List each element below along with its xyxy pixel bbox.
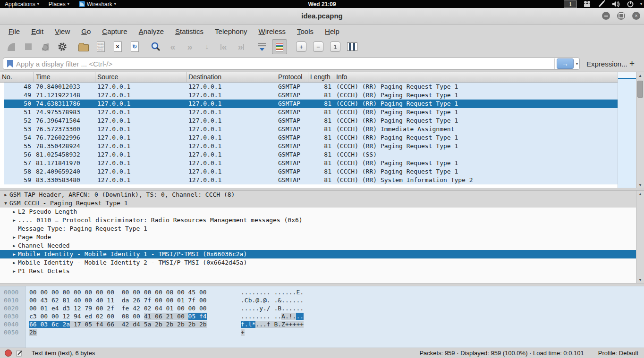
add-filter-button[interactable]: + bbox=[629, 58, 635, 69]
detail-row[interactable]: ▶Mobile Identity - Mobile Identity 2 - T… bbox=[0, 258, 636, 267]
packet-row-48[interactable]: 4870.840012033127.0.0.1127.0.0.1GSMTAP81… bbox=[0, 83, 618, 91]
chevron-down-icon[interactable]: ▾ bbox=[640, 2, 642, 6]
places-menu[interactable]: Places ▾ bbox=[44, 0, 74, 8]
expander-icon[interactable]: ▶ bbox=[10, 208, 18, 216]
detail-row[interactable]: Message Type: Paging Request Type 1 bbox=[0, 225, 636, 233]
expander-icon[interactable]: ▼ bbox=[2, 199, 9, 208]
capture-stop-icon[interactable] bbox=[21, 40, 35, 54]
last-packet-icon[interactable]: » bbox=[234, 40, 248, 54]
packet-row-59[interactable]: 5983.330583480127.0.0.1127.0.0.1GSMTAP81… bbox=[0, 176, 618, 184]
expander-icon[interactable]: ▶ bbox=[10, 216, 18, 225]
zoom-out-icon[interactable]: − bbox=[311, 40, 325, 54]
scroll-down-icon[interactable]: ▼ bbox=[636, 182, 644, 188]
packet-row-52[interactable]: 5276.396471504127.0.0.1127.0.0.1GSMTAP81… bbox=[0, 117, 618, 125]
hex-row-0000[interactable]: 000000 00 00 00 00 00 00 00 00 00 00 00 … bbox=[0, 288, 644, 296]
menu-telephony[interactable]: Telephony bbox=[209, 26, 253, 37]
go-forward-icon[interactable]: » bbox=[183, 40, 197, 54]
packet-row-53[interactable]: 5376.572373300127.0.0.1127.0.0.1GSMTAP81… bbox=[0, 125, 618, 133]
packet-list-scrollbar[interactable]: ▲ ▼ bbox=[636, 72, 644, 188]
detail-row[interactable]: ▼GSM CCCH - Paging Request Type 1 bbox=[0, 199, 636, 208]
details-scrollbar[interactable]: ▲ ▼ bbox=[636, 191, 644, 283]
close-button[interactable]: × bbox=[632, 12, 640, 20]
volume-icon[interactable] bbox=[611, 0, 620, 8]
expander-icon[interactable]: ▶ bbox=[10, 233, 18, 241]
capture-comment-icon[interactable] bbox=[16, 350, 23, 357]
menu-help[interactable]: Help bbox=[319, 26, 345, 37]
menu-edit[interactable]: Edit bbox=[25, 26, 49, 37]
packet-list-header[interactable]: No.TimeSourceDestinationProtocolLengthIn… bbox=[0, 72, 618, 83]
packet-row-58[interactable]: 5882.409659240127.0.0.1127.0.0.1GSMTAP81… bbox=[0, 167, 618, 176]
packet-row-57[interactable]: 5781.171841970127.0.0.1127.0.0.1GSMTAP81… bbox=[0, 159, 618, 167]
detail-row[interactable]: ▶Page Mode bbox=[0, 233, 636, 241]
expander-icon[interactable]: ▶ bbox=[10, 258, 18, 267]
detail-row[interactable]: ▶L2 Pseudo Length bbox=[0, 208, 636, 216]
expression-button[interactable]: Expression... bbox=[586, 60, 627, 68]
open-file-icon[interactable] bbox=[76, 40, 91, 54]
detail-row[interactable]: ▶Mobile Identity - Mobile Identity 1 - T… bbox=[0, 250, 636, 258]
hex-row-0040[interactable]: 004066 03 6c 2a 17 05 f4 66 42 d4 5a 2b … bbox=[0, 320, 644, 328]
expander-icon[interactable]: ▶ bbox=[2, 191, 9, 199]
splitter-bottom[interactable] bbox=[0, 283, 644, 286]
first-packet-icon[interactable]: « bbox=[217, 40, 231, 54]
scroll-up-icon[interactable]: ▲ bbox=[636, 72, 644, 79]
close-file-icon[interactable]: × bbox=[110, 40, 125, 54]
filter-dropdown-icon[interactable]: ▾ bbox=[576, 62, 578, 66]
hex-row-0010[interactable]: 001000 43 62 81 40 00 40 11 da 26 7f 00 … bbox=[0, 296, 644, 304]
column-header-destination[interactable]: Destination bbox=[186, 72, 276, 82]
menu-statistics[interactable]: Statistics bbox=[169, 26, 209, 37]
expander-icon[interactable]: ▶ bbox=[10, 241, 18, 250]
packet-row-49[interactable]: 4971.121922148127.0.0.1127.0.0.1GSMTAP81… bbox=[0, 91, 618, 100]
power-icon[interactable] bbox=[626, 0, 635, 8]
display-filter-input[interactable] bbox=[15, 59, 554, 68]
hex-row-0050[interactable]: 00502b+ bbox=[0, 328, 644, 336]
hex-row-0030[interactable]: 0030c3 00 00 12 94 ed 02 00 08 00 41 06 … bbox=[0, 312, 644, 320]
menu-go[interactable]: Go bbox=[76, 26, 96, 37]
menu-wireless[interactable]: Wireless bbox=[253, 26, 292, 37]
reload-file-icon[interactable]: ↻ bbox=[127, 40, 142, 54]
resize-columns-icon[interactable] bbox=[345, 40, 359, 54]
packet-row-54[interactable]: 5476.726022996127.0.0.1127.0.0.1GSMTAP81… bbox=[0, 133, 618, 142]
expander-icon[interactable]: ▶ bbox=[10, 250, 18, 258]
save-file-icon[interactable]: 010101100011 bbox=[93, 40, 108, 54]
scroll-up-icon[interactable]: ▲ bbox=[636, 191, 644, 197]
menu-tools[interactable]: Tools bbox=[291, 26, 319, 37]
packet-row-55[interactable]: 5578.350428924127.0.0.1127.0.0.1GSMTAP81… bbox=[0, 142, 618, 150]
menu-capture[interactable]: Capture bbox=[96, 26, 133, 37]
go-back-icon[interactable]: « bbox=[166, 40, 180, 54]
column-header-length[interactable]: Length bbox=[308, 72, 334, 82]
go-to-packet-icon[interactable]: ↓ bbox=[200, 40, 214, 54]
column-header-source[interactable]: Source bbox=[95, 72, 186, 82]
scrollbar-thumb[interactable] bbox=[637, 81, 643, 98]
detail-row[interactable]: ▶Channel Needed bbox=[0, 241, 636, 250]
applications-menu[interactable]: Applications ▾ bbox=[0, 0, 44, 8]
column-header-time[interactable]: Time bbox=[34, 72, 95, 82]
colorize-icon[interactable] bbox=[272, 39, 287, 54]
tool-icon[interactable] bbox=[597, 0, 606, 8]
detail-row[interactable]: ▶GSM TAP Header, ARFCN: 0 (Downlink), TS… bbox=[0, 191, 636, 199]
zoom-in-icon[interactable]: + bbox=[294, 40, 308, 54]
column-header-no[interactable]: No. bbox=[0, 72, 34, 82]
menu-analyze[interactable]: Analyze bbox=[133, 26, 169, 37]
packet-row-50[interactable]: 5074.638311786127.0.0.1127.0.0.1GSMTAP81… bbox=[0, 100, 618, 108]
minimize-button[interactable] bbox=[602, 12, 610, 20]
expert-info-icon[interactable] bbox=[5, 350, 12, 357]
profile-text[interactable]: Profile: Default bbox=[598, 350, 638, 357]
camera-icon[interactable] bbox=[583, 0, 592, 8]
scroll-down-icon[interactable]: ▼ bbox=[636, 276, 644, 283]
packet-row-56[interactable]: 5681.025458932127.0.0.1127.0.0.1GSMTAP81… bbox=[0, 150, 618, 159]
maximize-button[interactable] bbox=[617, 12, 625, 20]
bookmark-icon[interactable] bbox=[7, 59, 13, 68]
capture-restart-icon[interactable] bbox=[38, 40, 52, 54]
expander-icon[interactable]: ▶ bbox=[10, 267, 18, 275]
menu-file[interactable]: File bbox=[3, 26, 25, 37]
find-packet-icon[interactable] bbox=[149, 40, 163, 54]
column-header-info[interactable]: Info bbox=[334, 72, 618, 82]
wireshark-app-menu[interactable]: Wireshark ▾ bbox=[74, 0, 121, 8]
detail-row[interactable]: ▶P1 Rest Octets bbox=[0, 267, 636, 275]
packet-row-51[interactable]: 5174.975578983127.0.0.1127.0.0.1GSMTAP81… bbox=[0, 108, 618, 117]
apply-filter-button[interactable]: → bbox=[557, 58, 574, 69]
zoom-original-icon[interactable]: 1 bbox=[328, 40, 342, 54]
capture-options-icon[interactable] bbox=[55, 40, 69, 54]
hex-row-0020[interactable]: 002000 01 e4 d3 12 79 00 2f fe 42 02 04 … bbox=[0, 304, 644, 312]
column-header-protocol[interactable]: Protocol bbox=[276, 72, 308, 82]
